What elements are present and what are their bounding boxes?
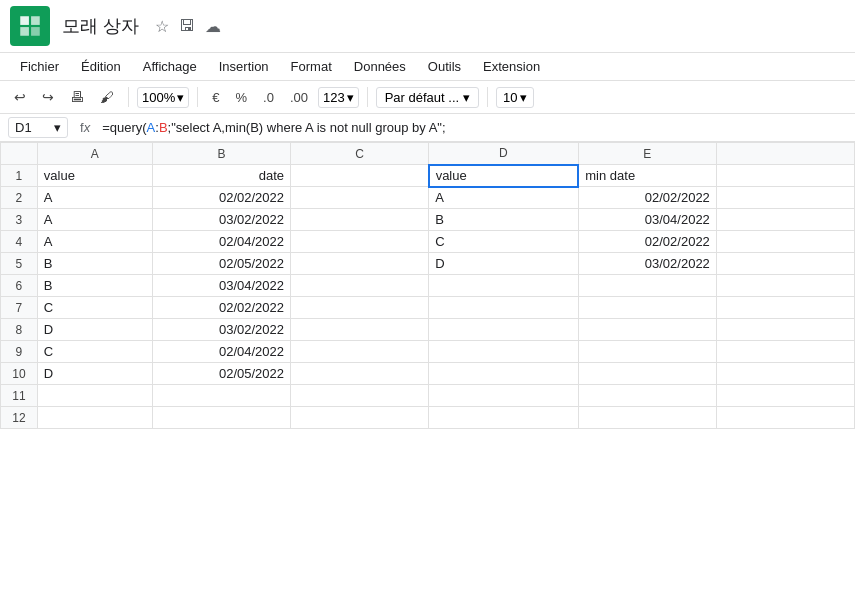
cell-f4[interactable] <box>716 231 854 253</box>
cell-d8[interactable] <box>429 319 579 341</box>
row-header-5[interactable]: 5 <box>1 253 38 275</box>
row-header-7[interactable]: 7 <box>1 297 38 319</box>
undo-button[interactable]: ↩ <box>8 85 32 109</box>
cell-a10[interactable]: D <box>37 363 152 385</box>
cell-f8[interactable] <box>716 319 854 341</box>
cell-d6[interactable] <box>429 275 579 297</box>
redo-button[interactable]: ↪ <box>36 85 60 109</box>
history-icon[interactable]: 🖫 <box>179 17 195 35</box>
cell-c11[interactable] <box>291 385 429 407</box>
paint-format-button[interactable]: 🖌 <box>94 85 120 109</box>
cell-a11[interactable] <box>37 385 152 407</box>
cell-e7[interactable] <box>578 297 716 319</box>
cell-a5[interactable]: B <box>37 253 152 275</box>
menu-extension[interactable]: Extension <box>473 55 550 78</box>
menu-donnees[interactable]: Données <box>344 55 416 78</box>
col-header-c[interactable]: C <box>291 143 429 165</box>
cell-c4[interactable] <box>291 231 429 253</box>
cell-f10[interactable] <box>716 363 854 385</box>
cell-c9[interactable] <box>291 341 429 363</box>
cell-c2[interactable] <box>291 187 429 209</box>
cell-e9[interactable] <box>578 341 716 363</box>
row-header-2[interactable]: 2 <box>1 187 38 209</box>
cell-d10[interactable] <box>429 363 579 385</box>
cell-c12[interactable] <box>291 407 429 429</box>
cell-c3[interactable] <box>291 209 429 231</box>
decimal-less-button[interactable]: .0 <box>257 86 280 109</box>
format-more-select[interactable]: 123 ▾ <box>318 87 359 108</box>
cell-b1[interactable]: date <box>152 165 290 187</box>
cell-e10[interactable] <box>578 363 716 385</box>
cell-b2[interactable]: 02/02/2022 <box>152 187 290 209</box>
cell-b11[interactable] <box>152 385 290 407</box>
percent-button[interactable]: % <box>229 86 253 109</box>
col-header-e[interactable]: E <box>578 143 716 165</box>
cell-f12[interactable] <box>716 407 854 429</box>
cell-d5[interactable]: D <box>429 253 579 275</box>
cell-a9[interactable]: C <box>37 341 152 363</box>
cell-f3[interactable] <box>716 209 854 231</box>
menu-edition[interactable]: Édition <box>71 55 131 78</box>
font-size-select[interactable]: 10 ▾ <box>496 87 533 108</box>
cell-f1[interactable] <box>716 165 854 187</box>
cell-b6[interactable]: 03/04/2022 <box>152 275 290 297</box>
cell-a4[interactable]: A <box>37 231 152 253</box>
menu-affichage[interactable]: Affichage <box>133 55 207 78</box>
cell-b4[interactable]: 02/04/2022 <box>152 231 290 253</box>
cell-c1[interactable] <box>291 165 429 187</box>
cell-e6[interactable] <box>578 275 716 297</box>
cell-f9[interactable] <box>716 341 854 363</box>
cell-b8[interactable]: 03/02/2022 <box>152 319 290 341</box>
col-header-d[interactable]: D <box>429 143 579 165</box>
decimal-more-button[interactable]: .00 <box>284 86 314 109</box>
cell-c6[interactable] <box>291 275 429 297</box>
row-header-1[interactable]: 1 <box>1 165 38 187</box>
cell-d9[interactable] <box>429 341 579 363</box>
cell-a3[interactable]: A <box>37 209 152 231</box>
cell-d7[interactable] <box>429 297 579 319</box>
row-header-8[interactable]: 8 <box>1 319 38 341</box>
cell-f2[interactable] <box>716 187 854 209</box>
cloud-icon[interactable]: ☁ <box>205 17 221 36</box>
cell-f7[interactable] <box>716 297 854 319</box>
cell-d12[interactable] <box>429 407 579 429</box>
col-header-a[interactable]: A <box>37 143 152 165</box>
cell-a7[interactable]: C <box>37 297 152 319</box>
cell-b10[interactable]: 02/05/2022 <box>152 363 290 385</box>
cell-c8[interactable] <box>291 319 429 341</box>
cell-e4[interactable]: 02/02/2022 <box>578 231 716 253</box>
row-header-10[interactable]: 10 <box>1 363 38 385</box>
menu-insertion[interactable]: Insertion <box>209 55 279 78</box>
menu-outils[interactable]: Outils <box>418 55 471 78</box>
cell-b7[interactable]: 02/02/2022 <box>152 297 290 319</box>
cell-a2[interactable]: A <box>37 187 152 209</box>
cell-b5[interactable]: 02/05/2022 <box>152 253 290 275</box>
cell-e3[interactable]: 03/04/2022 <box>578 209 716 231</box>
cell-f11[interactable] <box>716 385 854 407</box>
font-select[interactable]: Par défaut ... ▾ <box>376 87 479 108</box>
cell-e8[interactable] <box>578 319 716 341</box>
cell-e2[interactable]: 02/02/2022 <box>578 187 716 209</box>
col-header-b[interactable]: B <box>152 143 290 165</box>
row-header-12[interactable]: 12 <box>1 407 38 429</box>
cell-e11[interactable] <box>578 385 716 407</box>
cell-f6[interactable] <box>716 275 854 297</box>
cell-e12[interactable] <box>578 407 716 429</box>
cell-c5[interactable] <box>291 253 429 275</box>
cell-c7[interactable] <box>291 297 429 319</box>
row-header-4[interactable]: 4 <box>1 231 38 253</box>
row-header-11[interactable]: 11 <box>1 385 38 407</box>
cell-b3[interactable]: 03/02/2022 <box>152 209 290 231</box>
cell-a1[interactable]: value <box>37 165 152 187</box>
row-header-3[interactable]: 3 <box>1 209 38 231</box>
menu-format[interactable]: Format <box>281 55 342 78</box>
cell-d3[interactable]: B <box>429 209 579 231</box>
menu-fichier[interactable]: Fichier <box>10 55 69 78</box>
print-button[interactable]: 🖶 <box>64 85 90 109</box>
cell-e5[interactable]: 03/02/2022 <box>578 253 716 275</box>
cell-c10[interactable] <box>291 363 429 385</box>
cell-d4[interactable]: C <box>429 231 579 253</box>
cell-d2[interactable]: A <box>429 187 579 209</box>
cell-reference[interactable]: D1 ▾ <box>8 117 68 138</box>
row-header-9[interactable]: 9 <box>1 341 38 363</box>
